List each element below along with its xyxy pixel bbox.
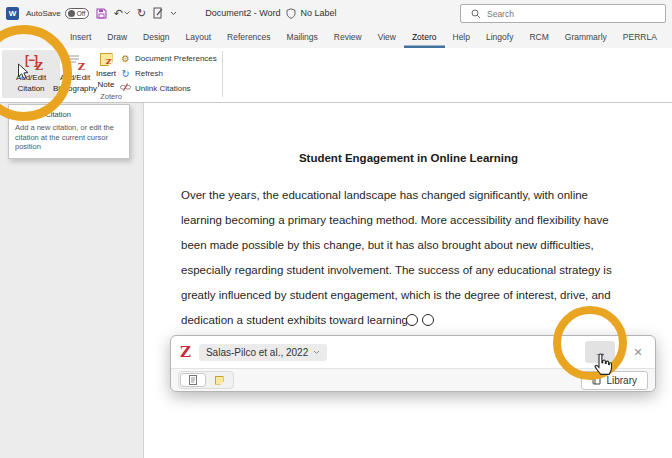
document-preferences-label: Document Preferences	[135, 54, 217, 63]
save-icon	[96, 8, 107, 19]
document-pen-icon	[153, 7, 163, 19]
sensitivity-label[interactable]: No Label	[301, 8, 337, 18]
window-title: Document2 - Word No Label	[205, 8, 336, 19]
zotero-group-label: Zotero	[0, 92, 222, 101]
zotero-citation-dialog: Z Salas-Pilco et al., 2022 → ×	[170, 335, 656, 392]
tab-layout[interactable]: Layout	[178, 26, 220, 48]
note-view-toggle[interactable]	[206, 373, 232, 387]
tooltip: Add/Edit Citation Add a new citation, or…	[8, 104, 130, 159]
tab-help[interactable]: Help	[445, 26, 478, 48]
search-input[interactable]	[487, 9, 647, 19]
citation-dialog-input-row: Z Salas-Pilco et al., 2022 → ×	[171, 336, 655, 368]
redo-icon: ↻	[137, 8, 146, 19]
tooltip-body: Add a new citation, or edit the citation…	[15, 123, 123, 152]
toggle-knob-icon	[68, 10, 75, 17]
book-icon	[592, 375, 601, 385]
insert-note-label-1: Insert	[96, 68, 116, 79]
add-edit-bibliography-button[interactable]: Z Add/Edit Bibliography	[58, 50, 92, 98]
citation-chip-label: Salas-Pilco et al., 2022	[206, 347, 308, 358]
paragraph-line: learning becoming a primary teaching met…	[181, 208, 661, 233]
tab-insert[interactable]: Insert	[62, 26, 99, 48]
paragraph-line: greatly influenced by student engagement…	[181, 283, 661, 308]
search-box[interactable]	[460, 4, 666, 23]
paragraph-line: been made possible by this change, but i…	[181, 233, 661, 258]
autosave-toggle[interactable]: AutoSave Off	[26, 8, 89, 19]
paragraph-line: dedication a student exhibits toward lea…	[181, 308, 661, 333]
citation-dialog-footer: Library	[171, 368, 655, 391]
qat-overflow-button[interactable]	[170, 11, 177, 16]
add-edit-citation-button[interactable]: [−] Z Add/Edit Citation	[2, 50, 60, 98]
titlebar: W AutoSave Off ↶ ↻	[0, 0, 672, 26]
accept-citation-button[interactable]: →	[585, 341, 615, 363]
refresh-button[interactable]: ↻ Refresh	[120, 67, 217, 79]
chevron-down-icon	[313, 350, 320, 355]
autosave-switch[interactable]: Off	[65, 8, 89, 19]
undo-button[interactable]: ↶	[114, 8, 130, 19]
library-button[interactable]: Library	[581, 371, 648, 390]
document-title-text: Document2 - Word	[205, 8, 280, 18]
refresh-label: Refresh	[135, 69, 163, 78]
document-preferences-button[interactable]: ⚙ Document Preferences	[120, 52, 217, 64]
autosave-state: Off	[77, 10, 86, 17]
print-preview-button[interactable]	[153, 7, 163, 19]
bibliography-icon: Z	[67, 53, 83, 70]
insert-note-button[interactable]: Z Insert Note	[90, 50, 122, 98]
tab-view[interactable]: View	[370, 26, 404, 48]
ribbon: [−] Z Add/Edit Citation Z Add/Edit Bibli…	[0, 48, 672, 103]
tab-design[interactable]: Design	[135, 26, 177, 48]
insert-note-label-2: Note	[98, 79, 115, 90]
arrow-right-icon: →	[594, 345, 607, 360]
dialog-divider	[622, 343, 623, 361]
citation-view-toggle[interactable]	[180, 373, 206, 387]
view-toggle-group	[178, 371, 234, 389]
document-paragraph: Over the years, the educational landscap…	[181, 183, 661, 333]
word-logo-icon[interactable]: W	[6, 7, 19, 20]
citation-placeholder-bubble	[422, 314, 434, 326]
autosave-label: AutoSave	[26, 9, 61, 18]
tab-draw[interactable]: Draw	[99, 26, 135, 48]
tab-review[interactable]: Review	[326, 26, 370, 48]
citation-dialog-actions: → ×	[585, 341, 646, 363]
tab-zotero[interactable]: Zotero	[404, 26, 445, 48]
note-icon	[215, 376, 224, 385]
quick-access-toolbar: W AutoSave Off ↶ ↻	[0, 7, 177, 20]
sensitivity-shield-icon	[286, 8, 296, 19]
zotero-small-buttons: ⚙ Document Preferences ↻ Refresh Unlink …	[120, 52, 217, 94]
document-icon	[189, 375, 197, 385]
tab-perrla[interactable]: PERRLA	[615, 26, 665, 48]
chevron-down-icon	[124, 11, 130, 15]
search-icon	[471, 9, 481, 19]
paragraph-line: especially regarding student involvement…	[181, 258, 661, 283]
paragraph-line: Over the years, the educational landscap…	[181, 183, 661, 208]
zotero-logo-icon: Z	[180, 343, 191, 361]
tab-mailings[interactable]: Mailings	[279, 26, 326, 48]
library-button-label: Library	[606, 375, 637, 386]
close-button[interactable]: ×	[630, 344, 646, 360]
tooltip-title: Add/Edit Citation	[15, 110, 123, 119]
tab-rcm[interactable]: RCM	[521, 26, 556, 48]
tab-grammarly[interactable]: Grammarly	[557, 26, 615, 48]
redo-button[interactable]: ↻	[137, 8, 146, 19]
tab-lingofy[interactable]: Lingofy	[478, 26, 521, 48]
save-button[interactable]	[96, 8, 107, 19]
citation-placeholder-bubble	[406, 314, 418, 326]
tab-acrobat[interactable]: Acrobat	[665, 26, 672, 48]
add-edit-bibliography-label-1: Add/Edit	[60, 72, 90, 83]
chevron-down-icon	[170, 11, 177, 16]
document-page[interactable]: Student Engagement in Online Learning Ov…	[143, 103, 672, 458]
tab-references[interactable]: References	[219, 26, 278, 48]
add-edit-citation-label-1: Add/Edit	[16, 72, 46, 83]
undo-icon: ↶	[114, 8, 123, 19]
word-window: W AutoSave Off ↶ ↻	[0, 0, 672, 458]
citation-chip[interactable]: Salas-Pilco et al., 2022	[199, 344, 327, 361]
gear-icon: ⚙	[120, 53, 131, 64]
ribbon-group-separator	[222, 51, 223, 97]
document-heading: Student Engagement in Online Learning	[144, 152, 672, 164]
citation-icon: [−] Z	[21, 53, 41, 70]
refresh-icon: ↻	[120, 68, 131, 79]
note-icon: Z	[100, 53, 113, 66]
ribbon-tab-row: Insert Draw Design Layout References Mai…	[0, 26, 672, 48]
close-icon: ×	[634, 344, 642, 360]
